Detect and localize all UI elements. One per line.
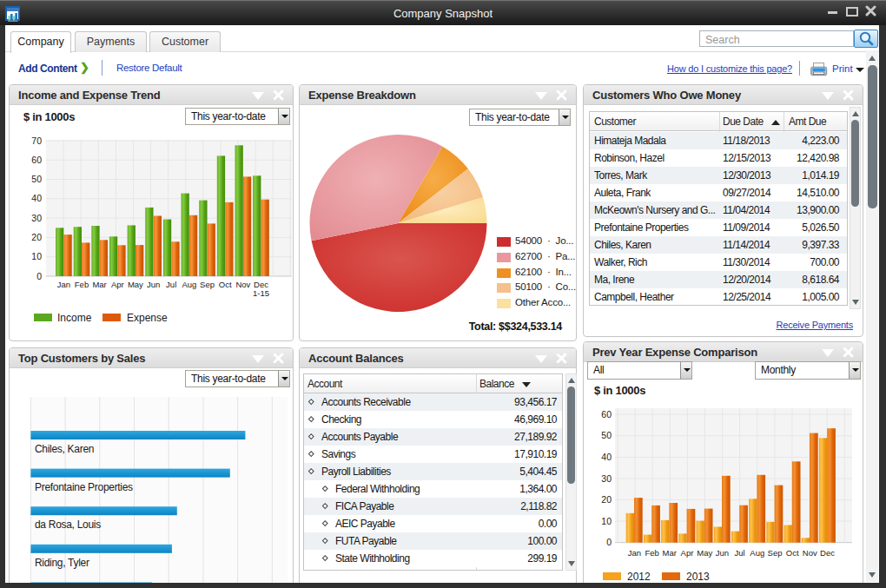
svg-text:Oct: Oct bbox=[219, 280, 232, 289]
svg-text:30: 30 bbox=[601, 473, 612, 484]
svg-text:Feb: Feb bbox=[75, 280, 89, 289]
svg-text:10: 10 bbox=[31, 251, 42, 261]
svg-text:Jun: Jun bbox=[147, 280, 160, 289]
svg-text:20: 20 bbox=[31, 232, 42, 242]
svg-text:Oct: Oct bbox=[786, 548, 799, 558]
svg-text:Sep: Sep bbox=[768, 548, 783, 558]
svg-text:Sep: Sep bbox=[200, 280, 215, 289]
svg-text:Jul: Jul bbox=[734, 548, 744, 558]
svg-text:60: 60 bbox=[601, 409, 612, 420]
svg-text:30: 30 bbox=[31, 213, 42, 223]
svg-text:Apr: Apr bbox=[111, 280, 124, 289]
svg-text:60: 60 bbox=[31, 155, 42, 165]
svg-text:Aug: Aug bbox=[182, 280, 196, 289]
svg-text:40: 40 bbox=[601, 452, 612, 462]
svg-text:10: 10 bbox=[601, 516, 612, 526]
svg-text:Riding, Tyler: Riding, Tyler bbox=[35, 557, 89, 569]
svg-text:Chiles, Karen: Chiles, Karen bbox=[35, 443, 94, 455]
svg-text:Jun: Jun bbox=[716, 548, 729, 558]
svg-text:1-15: 1-15 bbox=[253, 288, 269, 298]
svg-text:Aug: Aug bbox=[750, 548, 764, 558]
svg-text:Prefontaine Properties: Prefontaine Properties bbox=[35, 481, 133, 493]
svg-text:Jan: Jan bbox=[628, 548, 641, 558]
svg-text:Feb: Feb bbox=[645, 548, 658, 558]
svg-text:Dec: Dec bbox=[820, 548, 835, 558]
svg-text:Mar: Mar bbox=[92, 280, 106, 289]
svg-text:20: 20 bbox=[601, 494, 612, 505]
svg-text:50: 50 bbox=[31, 174, 42, 184]
svg-text:0: 0 bbox=[36, 271, 42, 281]
svg-text:70: 70 bbox=[31, 135, 42, 146]
svg-text:Jul: Jul bbox=[166, 280, 176, 289]
svg-text:Dec: Dec bbox=[254, 280, 268, 289]
svg-text:Nov: Nov bbox=[235, 280, 250, 289]
svg-text:Apr: Apr bbox=[681, 548, 694, 558]
svg-text:Nov: Nov bbox=[803, 548, 817, 558]
svg-text:50: 50 bbox=[601, 430, 612, 440]
svg-text:Mar: Mar bbox=[663, 548, 677, 558]
svg-text:May: May bbox=[128, 280, 143, 289]
svg-text:Jan: Jan bbox=[57, 280, 70, 289]
svg-text:May: May bbox=[697, 548, 712, 558]
svg-text:da Rosa, Louis: da Rosa, Louis bbox=[35, 519, 101, 531]
svg-text:0: 0 bbox=[606, 537, 612, 547]
svg-text:40: 40 bbox=[31, 193, 42, 203]
